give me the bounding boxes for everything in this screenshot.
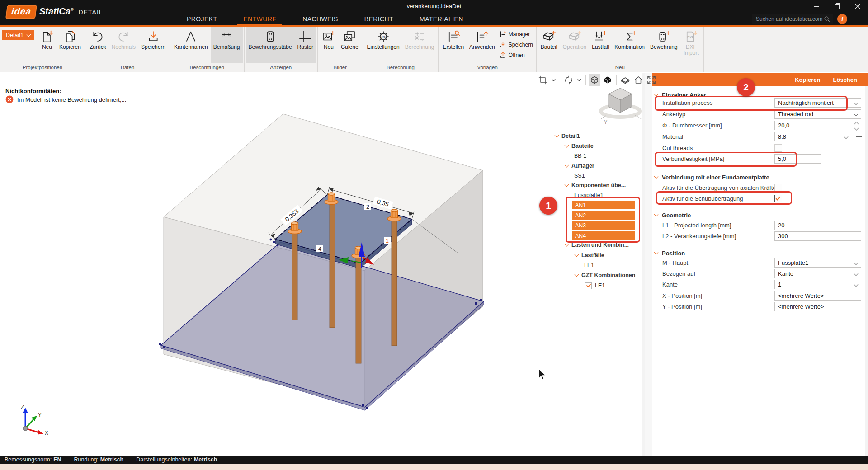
anchor-type-select[interactable]: Threaded rod (774, 109, 861, 119)
l2-depth-input[interactable]: 300 (774, 231, 861, 241)
tab-materialien[interactable]: MATERIALIEN (417, 13, 466, 25)
maximize-button[interactable] (826, 0, 847, 13)
restore-icon (835, 4, 840, 9)
group-label: Projektpositionen (1, 64, 84, 72)
grid-toggle[interactable]: Raster (295, 27, 316, 63)
delete-anchor-button[interactable]: Löschen (833, 76, 857, 83)
tree-node-ss1[interactable]: SS1 (574, 172, 585, 180)
window-controls (806, 0, 868, 13)
redo-button[interactable]: Nochmals (109, 27, 138, 63)
home-view-button[interactable] (632, 74, 644, 86)
search-input[interactable] (755, 15, 824, 23)
undo-button[interactable]: Zurück (87, 27, 109, 63)
axial-transfer-checkbox[interactable] (774, 184, 782, 192)
tree-node-bb1[interactable]: BB 1 (574, 152, 586, 160)
tree-node-lasten[interactable]: Lasten und Kombin... (565, 241, 629, 249)
settings-button[interactable]: </> Einstellungen (364, 27, 402, 63)
tab-projekt[interactable]: PROJEKT (184, 13, 219, 25)
ribbon-group-projektpositionen: Detail1 Neu Kopieren Projektpositionen (0, 27, 85, 72)
related-to-select[interactable]: Kante (774, 269, 861, 278)
rotate-dropdown[interactable] (576, 77, 583, 84)
tree-node-detail1[interactable]: Detail1 (555, 132, 580, 140)
tree-node-an2[interactable]: AN2 (572, 211, 635, 220)
l1-length-input[interactable]: 20 (774, 221, 861, 230)
tree-node-an4[interactable]: AN4 (572, 231, 635, 240)
add-member-button[interactable]: Bauteil (538, 27, 560, 63)
clipping-box-button[interactable] (537, 74, 549, 86)
tree-node-lastfaelle[interactable]: Lastfälle (575, 251, 604, 259)
section-fundamentplatte[interactable]: Verbindung mit einer Fundamentplatte (655, 173, 863, 182)
copy-item-button[interactable]: Kopieren (57, 27, 84, 63)
new-picture-button[interactable]: Neu (319, 27, 338, 63)
installation-process-select[interactable]: Nachträglich montiert (774, 98, 861, 108)
template-apply-button[interactable]: Anwenden (467, 27, 498, 63)
add-material-button[interactable] (855, 133, 863, 140)
template-save-button[interactable]: Speichern (498, 40, 535, 49)
save-button[interactable]: Speichern (138, 27, 168, 63)
calculation-button[interactable]: Berechnung (402, 27, 437, 63)
rebar-display-toggle[interactable]: Bewehrungsstäbe (246, 27, 295, 63)
project-item-selector[interactable]: Detail1 (2, 30, 34, 40)
template-open-button[interactable]: Öffnen (498, 51, 535, 59)
section-geometrie[interactable]: Geometrie (655, 211, 863, 220)
master-select[interactable]: Fussplatte1 (774, 258, 861, 268)
copy-anchor-button[interactable]: Kopieren (795, 76, 820, 83)
group-label: Vorlagen (440, 64, 534, 72)
chevron-down-icon (654, 174, 659, 179)
tree-node-gzt[interactable]: GZT Kombinationen (575, 271, 635, 279)
tab-entwurf[interactable]: ENTWURF (241, 13, 278, 25)
add-reinforcement-button[interactable]: Bewehrung (647, 27, 680, 63)
cut-threads-checkbox[interactable] (774, 144, 782, 152)
add-loadcase-button[interactable]: Lastfall (589, 27, 612, 63)
edge-select[interactable]: 1 (774, 280, 861, 289)
dxf-import-button[interactable]: DXF DXF Import (680, 27, 702, 63)
info-button[interactable]: i (837, 14, 847, 24)
spinner-arrows-icon[interactable] (855, 122, 858, 130)
ribbon-group-berechnung: </> Einstellungen Berechnung Berechnung (363, 27, 439, 72)
tree-node-an1[interactable]: AN1 (572, 201, 635, 209)
add-combination-button[interactable]: Kombination (612, 27, 647, 63)
template-create-button[interactable]: Erstellen (440, 27, 467, 63)
bond-strength-input[interactable]: 5,0 (774, 154, 821, 164)
wireframe-view-button[interactable] (589, 74, 600, 86)
tree-node-an3[interactable]: AN3 (572, 221, 635, 230)
shear-transfer-checkbox[interactable] (774, 195, 782, 202)
tree-node-komponenten[interactable]: Komponenten übe... (565, 181, 626, 189)
edge-label-2: 2 (366, 204, 369, 210)
stirrup-plus-icon (657, 30, 670, 43)
load-arrows-icon (594, 30, 607, 43)
minimize-button[interactable] (806, 0, 826, 13)
chevron-down-icon (565, 242, 569, 247)
solid-view-button[interactable] (602, 74, 613, 86)
redo-icon (117, 30, 130, 43)
property-row: L2 - Verankerungstiefe [mm] 300 (652, 231, 863, 242)
section-position[interactable]: Position (655, 249, 863, 258)
clipping-dropdown[interactable] (550, 77, 557, 84)
edge-label-1: 1 (386, 238, 389, 244)
tab-nachweis[interactable]: NACHWEIS (300, 13, 340, 25)
tree-node-auflager[interactable]: Auflager (565, 162, 594, 170)
add-operation-button[interactable]: Operation (560, 27, 590, 63)
tree-node-fussplatte1[interactable]: Fussplatte1 (574, 191, 604, 199)
tab-bericht[interactable]: BERICHT (362, 13, 396, 25)
new-item-button[interactable]: Neu (38, 27, 57, 63)
navigation-cube[interactable]: Y (600, 88, 641, 125)
tree-node-gzt-le1[interactable]: LE1 (585, 282, 605, 290)
gallery-button[interactable]: Galerie (338, 27, 361, 63)
diameter-spinner[interactable]: 20,0 (774, 121, 861, 130)
panel-scrollbar[interactable] (865, 86, 868, 456)
close-button[interactable] (847, 0, 868, 13)
material-select[interactable]: 8.8 (774, 132, 851, 141)
x-position-input[interactable]: <mehrere Werte> (774, 291, 861, 301)
template-manager-button[interactable]: Manager (498, 30, 535, 38)
tree-node-le1[interactable]: LE1 (584, 261, 594, 269)
checkbox-checked-icon[interactable] (585, 282, 592, 289)
y-position-input[interactable]: <mehrere Werte> (774, 302, 861, 311)
rotate-view-button[interactable] (563, 74, 575, 86)
tree-node-bauteile[interactable]: Bauteile (565, 142, 594, 150)
zoom-fit-button[interactable] (646, 74, 657, 86)
edge-names-button[interactable]: Kantennamen (171, 27, 211, 63)
dimensions-toggle[interactable]: Bemaßung (211, 27, 243, 63)
viewport-3d-scene[interactable]: 0,353 0,35 2 4 1 (0, 73, 652, 456)
section-view-button[interactable] (619, 74, 631, 86)
